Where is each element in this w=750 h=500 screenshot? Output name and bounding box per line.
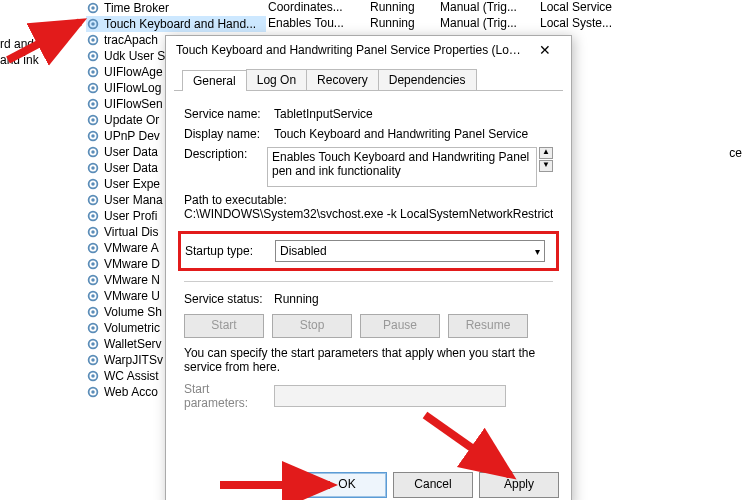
service-name: VMware A [104,241,159,255]
service-name: WC Assist [104,369,159,383]
svg-point-45 [91,358,95,362]
service-name: Time Broker [104,1,169,15]
service-name: Web Acco [104,385,158,399]
svg-point-43 [91,342,95,346]
service-name: Volumetric [104,321,160,335]
service-name: Touch Keyboard and Hand... [104,17,256,31]
tabstrip: GeneralLog OnRecoveryDependencies [174,68,563,91]
close-button[interactable]: ✕ [525,39,565,61]
service-name: UIFlowAge [104,65,163,79]
gear-icon [86,49,100,63]
svg-point-5 [91,38,95,42]
service-name: User Data [104,145,158,159]
service-name: WarpJITSv [104,353,163,367]
description-label: Description: [184,147,267,161]
gear-icon [86,353,100,367]
svg-point-39 [91,310,95,314]
svg-point-29 [91,230,95,234]
tab-dependencies[interactable]: Dependencies [378,69,477,90]
dialog-title: Touch Keyboard and Handwriting Panel Ser… [176,43,525,57]
divider [184,281,553,282]
gear-icon [86,33,100,47]
service-name: User Mana [104,193,163,207]
description-value: Enables Touch Keyboard and Handwriting P… [267,147,537,187]
startup-type-select[interactable]: Disabled ▾ [275,240,545,262]
gear-icon [86,321,100,335]
service-name: VMware D [104,257,160,271]
service-name: VMware N [104,273,160,287]
gear-icon [86,17,100,31]
tab-general[interactable]: General [182,70,247,91]
gear-icon [86,241,100,255]
gear-icon [86,65,100,79]
gear-icon [86,305,100,319]
gear-icon [86,1,100,15]
service-name-value: TabletInputService [274,107,553,121]
svg-point-11 [91,86,95,90]
gear-icon [86,337,100,351]
startup-type-label: Startup type: [185,244,275,258]
gear-icon [86,385,100,399]
service-name: VMware U [104,289,160,303]
stop-button: Stop [272,314,352,338]
gear-icon [86,273,100,287]
titlebar[interactable]: Touch Keyboard and Handwriting Panel Ser… [166,36,571,64]
svg-point-49 [91,390,95,394]
service-row[interactable]: Touch Keyboard and Hand... [86,16,266,32]
cancel-button[interactable]: Cancel [393,472,473,498]
service-row[interactable]: Time Broker [86,0,266,16]
service-name: UIFlowSen [104,97,163,111]
service-name-label: Service name: [184,107,274,121]
svg-point-7 [91,54,95,58]
gear-icon [86,289,100,303]
gear-icon [86,97,100,111]
svg-point-9 [91,70,95,74]
svg-point-31 [91,246,95,250]
path-label: Path to executable: [184,193,553,207]
highlight-startup-type: Startup type: Disabled ▾ [178,231,559,271]
service-name: Update Or [104,113,159,127]
svg-point-41 [91,326,95,330]
gear-icon [86,225,100,239]
gear-icon [86,257,100,271]
description-scroll[interactable]: ▲▼ [539,147,553,187]
tab-recovery[interactable]: Recovery [306,69,379,90]
service-status-label: Service status: [184,292,274,306]
gear-icon [86,369,100,383]
cropped-text-fragment: rd and and ink [0,36,39,68]
svg-point-1 [91,6,95,10]
service-name: UPnP Dev [104,129,160,143]
svg-point-19 [91,150,95,154]
start-params-hint: You can specify the start parameters tha… [184,346,553,374]
apply-button[interactable]: Apply [479,472,559,498]
svg-point-37 [91,294,95,298]
svg-point-27 [91,214,95,218]
tab-log-on[interactable]: Log On [246,69,307,90]
service-name: User Profi [104,209,157,223]
gear-icon [86,161,100,175]
gear-icon [86,113,100,127]
chevron-down-icon: ▾ [535,246,540,257]
gear-icon [86,177,100,191]
pause-button: Pause [360,314,440,338]
service-name: User Expe [104,177,160,191]
service-properties-dialog: Touch Keyboard and Handwriting Panel Ser… [165,35,572,500]
service-name: Udk User S [104,49,165,63]
service-name: Volume Sh [104,305,162,319]
display-name-value: Touch Keyboard and Handwriting Panel Ser… [274,127,553,141]
start-params-input [274,385,506,407]
gear-icon [86,209,100,223]
svg-point-35 [91,278,95,282]
svg-point-3 [91,22,95,26]
svg-point-47 [91,374,95,378]
svg-point-33 [91,262,95,266]
start-params-label: Start parameters: [184,382,274,410]
svg-point-17 [91,134,95,138]
gear-icon [86,145,100,159]
gear-icon [86,193,100,207]
services-columns: Coordinates... Running Manual (Trig... L… [268,0,612,32]
ok-button[interactable]: OK [307,472,387,498]
resume-button: Resume [448,314,528,338]
svg-point-15 [91,118,95,122]
service-name: User Data [104,161,158,175]
